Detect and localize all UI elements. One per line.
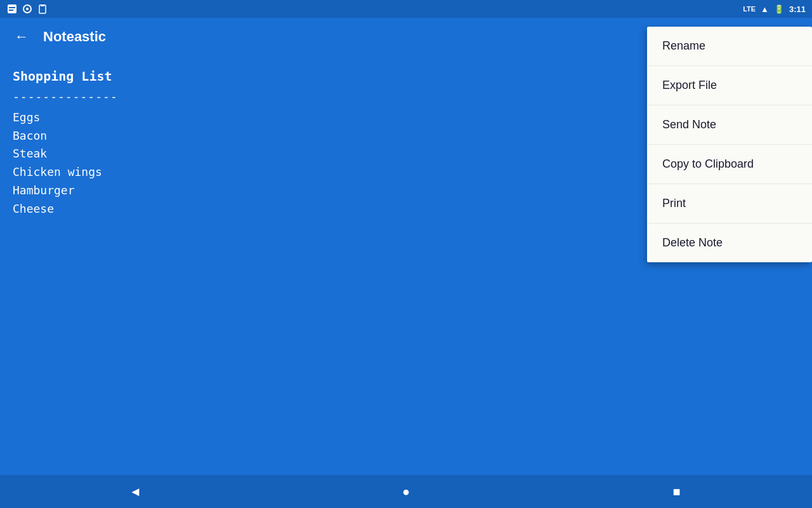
context-menu: Rename Export File Send Note Copy to Cli…: [647, 27, 812, 262]
menu-item-delete-note[interactable]: Delete Note: [647, 224, 812, 262]
record-icon: [22, 3, 33, 15]
menu-item-send-note[interactable]: Send Note: [647, 105, 812, 145]
nav-back-button[interactable]: ◄: [119, 476, 151, 507]
time-display: 3:11: [789, 4, 806, 14]
svg-rect-0: [8, 4, 16, 13]
svg-rect-1: [9, 7, 15, 8]
signal-icon: ▲: [761, 4, 769, 14]
back-button[interactable]: ←: [10, 25, 33, 48]
svg-point-4: [26, 8, 29, 10]
svg-rect-2: [9, 10, 13, 11]
nav-bar: ◄ ● ■: [0, 475, 812, 508]
clipboard-icon: [37, 3, 48, 15]
menu-item-rename[interactable]: Rename: [647, 27, 812, 66]
nav-recents-button[interactable]: ■: [661, 476, 693, 507]
status-left-icons: [6, 3, 48, 15]
app-icon-1: [6, 3, 18, 15]
status-right-icons: LTE ▲ 🔋 3:11: [743, 4, 806, 14]
app-title: Noteastic: [43, 29, 106, 45]
lte-icon: LTE: [743, 5, 756, 13]
svg-rect-6: [41, 4, 44, 6]
status-bar: LTE ▲ 🔋 3:11: [0, 0, 812, 18]
menu-item-export-file[interactable]: Export File: [647, 66, 812, 105]
battery-icon: 🔋: [774, 4, 784, 14]
nav-home-button[interactable]: ●: [390, 476, 422, 507]
menu-item-print[interactable]: Print: [647, 184, 812, 224]
menu-item-copy-to-clipboard[interactable]: Copy to Clipboard: [647, 145, 812, 184]
